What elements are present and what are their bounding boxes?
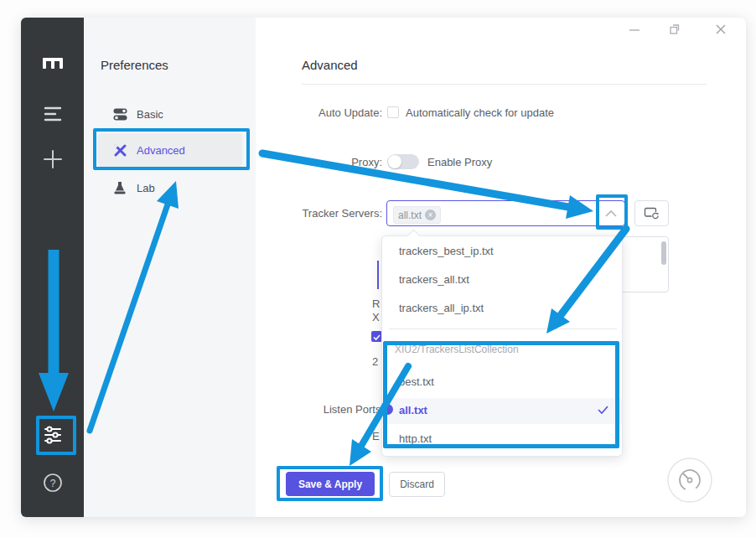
toggles-icon: [113, 107, 127, 122]
textarea-scrollbar-thumb[interactable]: [661, 241, 666, 265]
speed-gauge-button[interactable]: [665, 456, 714, 508]
textarea-focus-border-fragment: [377, 261, 379, 289]
tag-close-icon[interactable]: ×: [425, 210, 436, 220]
toggle-knob: [388, 155, 401, 168]
dropdown-divider: [389, 328, 617, 329]
hidden-text-fragment: R: [372, 297, 380, 310]
sidebar-item-lab[interactable]: Lab: [98, 171, 242, 204]
sidebar-item-label: Basic: [137, 108, 163, 121]
annotation-box-settings: [36, 416, 76, 455]
restore-icon: [667, 22, 682, 37]
annotation-box-chevron: [596, 194, 628, 230]
motrix-logo: [21, 51, 84, 75]
auto-update-checkbox[interactable]: [387, 106, 399, 118]
divider: [302, 84, 707, 85]
auto-update-checkbox-label[interactable]: Automatically check for update: [406, 106, 554, 119]
page-title: Advanced: [302, 58, 358, 72]
preferences-panel: [84, 18, 256, 517]
dropdown-option[interactable]: trackers_best_ip.txt: [399, 245, 494, 257]
restore-button[interactable]: [667, 22, 682, 37]
sidebar-item-label: Lab: [137, 182, 155, 194]
listen-ports-label: Listen Ports:: [277, 403, 384, 416]
proxy-toggle-label: Enable Proxy: [427, 156, 492, 168]
annotation-box-advanced: [93, 128, 250, 170]
sync-icon: [644, 206, 660, 220]
preferences-title: Preferences: [101, 58, 168, 72]
proxy-toggle[interactable]: [387, 154, 419, 169]
tag-label: all.txt: [398, 210, 422, 221]
hidden-text-fragment: 2: [372, 355, 378, 368]
minimize-button[interactable]: [627, 23, 642, 36]
tracker-servers-select[interactable]: all.txt ×: [386, 200, 625, 226]
flask-icon: [113, 181, 127, 195]
add-task-icon[interactable]: [21, 149, 84, 169]
auto-update-label: Auto Update:: [277, 106, 382, 119]
dropdown-option[interactable]: trackers_all_ip.txt: [399, 302, 484, 314]
task-list-icon[interactable]: [21, 104, 84, 124]
sidebar-item-basic[interactable]: Basic: [98, 97, 242, 131]
gauge-icon: [665, 456, 714, 504]
close-button[interactable]: [713, 22, 728, 37]
close-icon: [713, 22, 728, 37]
hidden-text-fragment: X: [372, 311, 380, 323]
hidden-text-fragment: E: [372, 430, 380, 442]
help-icon[interactable]: ?: [21, 471, 84, 494]
discard-button[interactable]: Discard: [389, 472, 445, 497]
minimize-icon: [627, 23, 642, 36]
tracker-servers-label: Tracker Servers:: [277, 207, 382, 220]
proxy-label: Proxy:: [277, 156, 382, 168]
annotation-box-group: [383, 341, 619, 448]
svg-text:?: ?: [49, 478, 55, 489]
sync-trackers-button[interactable]: [634, 200, 669, 226]
selected-tag: all.txt ×: [393, 206, 441, 224]
dropdown-option[interactable]: trackers_all.txt: [399, 273, 469, 286]
annotation-box-save: [277, 466, 383, 501]
